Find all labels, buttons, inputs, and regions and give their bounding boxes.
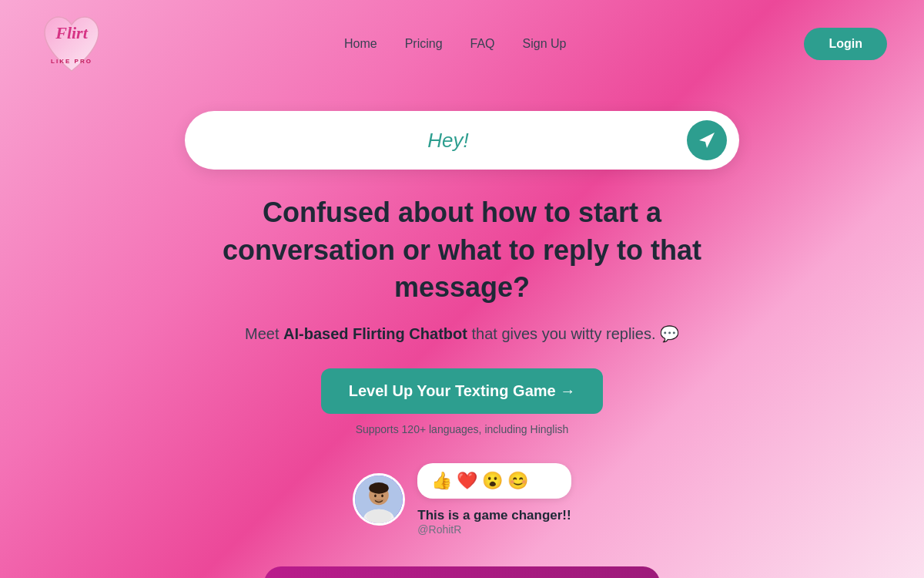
svg-point-6 (367, 509, 392, 523)
nav-links: Home Pricing FAQ Sign Up (344, 37, 567, 51)
svg-point-3 (370, 482, 390, 494)
emoji-heart: ❤️ (457, 471, 477, 491)
bottom-banner[interactable]: JUST UPLOAD A SCREENSHOT & GET A WITTY R… (264, 566, 659, 578)
nav-item-faq[interactable]: FAQ (470, 37, 495, 50)
send-button[interactable] (687, 120, 727, 160)
cta-button[interactable]: Level Up Your Texting Game → (321, 368, 604, 414)
testimonial: 👍 ❤️ 😮 😊 This is a game changer!! @Rohit… (353, 463, 571, 536)
testimonial-quote: This is a game changer!! (417, 508, 571, 523)
navbar: Flirt LIKE PRO Home Pricing FAQ Sign Up … (0, 0, 924, 88)
svg-point-4 (374, 494, 377, 497)
send-icon (698, 131, 716, 150)
svg-point-5 (382, 494, 384, 497)
testimonial-text-block: 👍 ❤️ 😮 😊 This is a game changer!! @Rohit… (417, 463, 571, 536)
login-button[interactable]: Login (804, 28, 887, 60)
emoji-smile: 😊 (507, 471, 528, 491)
logo-text-flirt: Flirt (55, 23, 88, 43)
hero-subtext: Meet AI-based Flirting Chatbot that give… (245, 322, 679, 345)
supports-text: Supports 120+ languages, including Hingl… (356, 423, 569, 435)
hero-section: Confused about how to start a conversati… (0, 88, 924, 578)
chat-input[interactable] (209, 129, 687, 153)
nav-item-home[interactable]: Home (344, 37, 377, 50)
testimonial-handle: @RohitR (417, 523, 571, 536)
hero-subtext-bold: AI-based Flirting Chatbot (283, 325, 467, 342)
emoji-thumbsup: 👍 (431, 471, 452, 491)
nav-item-pricing[interactable]: Pricing (405, 37, 443, 50)
nav-item-signup[interactable]: Sign Up (523, 37, 567, 50)
hero-subtext-suffix: that gives you witty replies. 💬 (467, 325, 679, 342)
hero-heading: Confused about how to start a conversati… (192, 194, 732, 307)
chat-input-wrapper (185, 111, 739, 170)
emoji-surprised: 😮 (482, 471, 503, 491)
logo: Flirt LIKE PRO (37, 9, 106, 79)
testimonial-emoji-bubble: 👍 ❤️ 😮 😊 (417, 463, 571, 499)
avatar (353, 473, 405, 526)
logo-heart: Flirt LIKE PRO (37, 9, 106, 82)
logo-text-like-pro: LIKE PRO (51, 58, 92, 65)
hero-subtext-prefix: Meet (245, 325, 283, 342)
